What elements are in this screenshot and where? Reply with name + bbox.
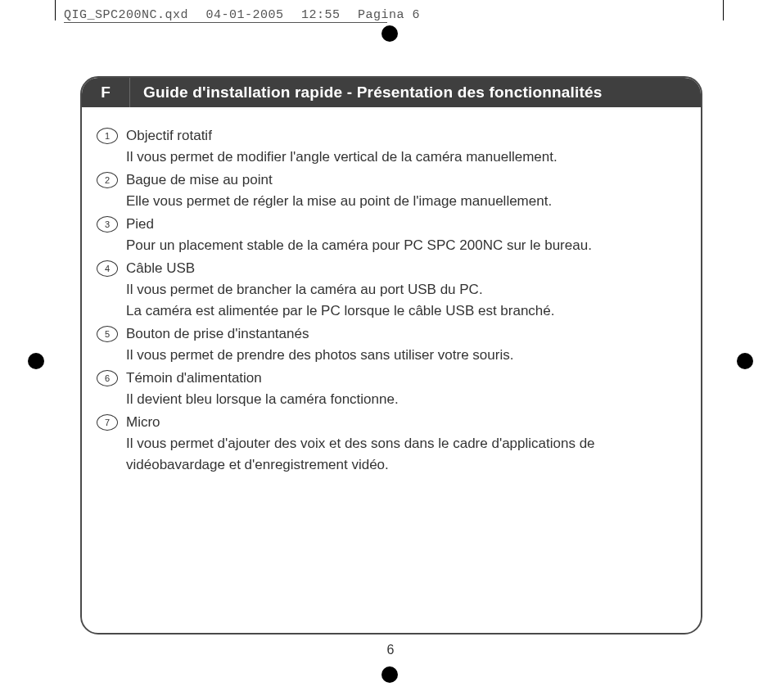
svg-point-5	[381, 666, 398, 683]
meta-underline	[64, 22, 387, 23]
registration-mark-icon	[377, 20, 403, 50]
feature-item: 1 Objectif rotatif Il vous permet de mod…	[97, 125, 678, 168]
item-title: Pied	[126, 214, 678, 235]
content-card: F Guide d'installation rapide - Présenta…	[80, 76, 702, 635]
card-header: F Guide d'installation rapide - Présenta…	[82, 78, 701, 107]
item-content: Câble USB Il vous permet de brancher la …	[126, 258, 678, 322]
registration-mark-icon	[732, 348, 758, 377]
item-desc: Il vous permet de prendre des photos san…	[126, 345, 678, 366]
crop-tick	[723, 0, 724, 20]
crop-tick	[55, 0, 56, 20]
svg-point-11	[737, 353, 753, 369]
item-title: Bouton de prise d'instantanés	[126, 323, 678, 345]
registration-mark-icon	[377, 662, 403, 691]
card-body: 1 Objectif rotatif Il vous permet de mod…	[82, 107, 701, 476]
feature-item: 3 Pied Pour un placement stable de la ca…	[97, 214, 678, 256]
meta-time: 12:55	[301, 8, 341, 22]
item-content: Objectif rotatif Il vous permet de modif…	[126, 125, 678, 168]
item-number-icon: 2	[97, 172, 118, 188]
item-content: Témoin d'alimentation Il devient bleu lo…	[126, 368, 678, 410]
item-desc: Il devient bleu lorsque la caméra foncti…	[126, 389, 678, 410]
meta-date: 04-01-2005	[206, 8, 284, 22]
item-content: Bague de mise au point Elle vous permet …	[126, 169, 678, 212]
item-desc: Il vous permet de modifier l'angle verti…	[126, 147, 678, 168]
feature-item: 5 Bouton de prise d'instantanés Il vous …	[97, 323, 678, 366]
item-title: Bague de mise au point	[126, 169, 678, 191]
item-title: Câble USB	[126, 258, 678, 279]
item-number-icon: 5	[97, 326, 118, 342]
svg-point-8	[28, 353, 44, 369]
feature-item: 4 Câble USB Il vous permet de brancher l…	[97, 258, 678, 322]
item-desc: Pour un placement stable de la caméra po…	[126, 235, 678, 256]
feature-item: 7 Micro Il vous permet d'ajouter des voi…	[97, 412, 678, 476]
meta-filename: QIG_SPC200NC.qxd	[64, 8, 188, 22]
item-number-icon: 3	[97, 216, 118, 233]
svg-point-2	[381, 25, 398, 42]
item-content: Pied Pour un placement stable de la camé…	[126, 214, 678, 256]
item-number-icon: 4	[97, 260, 118, 277]
language-badge: F	[82, 78, 130, 107]
page-number: 6	[0, 643, 781, 657]
item-number-icon: 7	[97, 414, 118, 431]
item-title: Témoin d'alimentation	[126, 368, 678, 389]
item-number-icon: 6	[97, 370, 118, 386]
item-desc: Elle vous permet de régler la mise au po…	[126, 191, 678, 212]
feature-item: 2 Bague de mise au point Elle vous perme…	[97, 169, 678, 212]
page-title: Guide d'installation rapide - Présentati…	[130, 84, 701, 102]
item-desc: Il vous permet de brancher la caméra au …	[126, 279, 678, 322]
item-content: Micro Il vous permet d'ajouter des voix …	[126, 412, 678, 476]
item-title: Objectif rotatif	[126, 125, 678, 147]
item-content: Bouton de prise d'instantanés Il vous pe…	[126, 323, 678, 366]
registration-mark-icon	[23, 348, 49, 377]
feature-item: 6 Témoin d'alimentation Il devient bleu …	[97, 368, 678, 410]
item-number-icon: 1	[97, 128, 118, 144]
item-title: Micro	[126, 412, 678, 433]
doc-meta: QIG_SPC200NC.qxd 04-01-2005 12:55 Pagina…	[64, 8, 430, 22]
item-desc: Il vous permet d'ajouter des voix et des…	[126, 433, 678, 476]
